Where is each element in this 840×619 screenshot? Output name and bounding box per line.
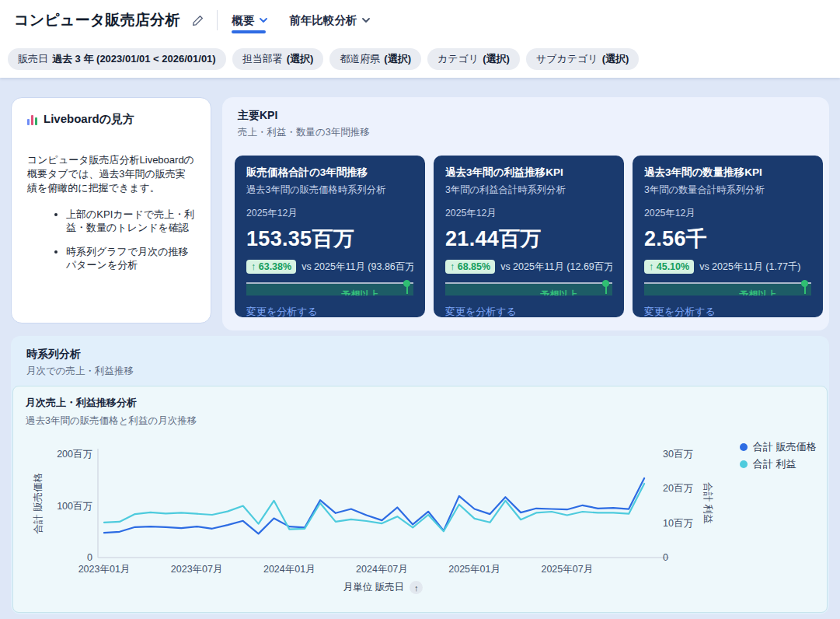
sparkline-area: 予想以上 (445, 284, 612, 296)
kpi-change-row: ↑ 63.38% vs 2025年11月 (93.86百万) (246, 260, 413, 274)
sparkline-point-stem (804, 286, 806, 294)
kpi-card-profit[interactable]: 過去3年間の利益推移KPI 3年間の利益合計時系列分析 2025年12月 21.… (434, 156, 624, 317)
kpi-value: 153.35百万 (246, 225, 413, 253)
tab-overview[interactable]: 概要 (232, 0, 267, 40)
pencil-icon (192, 15, 204, 26)
filter-label: カテゴリ (437, 52, 479, 66)
analyze-change-link[interactable]: 変更を分析する (445, 305, 517, 317)
kpi-subtitle: 過去3年間の販売価格時系列分析 (246, 184, 413, 197)
timeseries-section-header: 時系列分析 月次での売上・利益推移 (11, 336, 829, 378)
filter-chip-prefecture[interactable]: 都道府県 (選択) (329, 48, 421, 70)
svg-text:0: 0 (87, 552, 92, 563)
kpi-period: 2025年12月 (246, 207, 413, 220)
kpi-sparkline: 予想以上 (445, 280, 612, 296)
kpi-vs-text: vs 2025年11月 (12.69百万) (500, 261, 612, 274)
analyze-change-link[interactable]: 変更を分析する (644, 305, 716, 317)
divider (217, 10, 218, 30)
bar-chart-icon (27, 114, 37, 125)
sparkline-label: 予想以上 (541, 289, 578, 296)
filter-label: 担当部署 (242, 52, 283, 66)
kpi-section-subtitle: 売上・利益・数量の3年間推移 (238, 126, 829, 139)
kpi-period: 2025年12月 (445, 207, 612, 220)
kpi-title: 販売価格合計の3年間推移 (246, 166, 413, 180)
x-axis-title-row: 月単位 販売日 ↑ (24, 581, 742, 594)
guide-card-title: Liveboardの見方 (44, 112, 134, 127)
filter-chip-category[interactable]: カテゴリ (選択) (427, 48, 520, 70)
svg-text:2025年01月: 2025年01月 (448, 564, 500, 575)
app-header: コンピュータ販売店分析 概要 前年比較分析 (0, 0, 840, 40)
kpi-sparkline: 予想以上 (246, 280, 413, 296)
guide-card-bullets: 上部のKPIカードで売上・利益・数量のトレンドを確認 時系列グラフで月次の推移パ… (27, 208, 195, 272)
kpi-sparkline: 予想以上 (644, 280, 811, 296)
filter-label: 販売日 (18, 52, 48, 66)
sparkline-area: 予想以上 (246, 284, 413, 296)
svg-text:200百万: 200百万 (57, 449, 92, 460)
filter-chip-sales-date[interactable]: 販売日 過去 3 年 (2023/01/01 < 2026/01/01) (8, 48, 226, 70)
sparkline-point-stem (605, 286, 607, 294)
sparkline-label: 予想以上 (342, 289, 379, 296)
filter-value: 過去 3 年 (2023/01/01 < 2026/01/01) (52, 52, 216, 66)
guide-card-body: コンピュータ販売店分析Liveboardの概要タブでは、過去3年間の販売実績を俯… (27, 153, 195, 195)
kpi-change-row: ↑ 68.85% vs 2025年11月 (12.69百万) (445, 260, 612, 274)
tab-yoy-analysis[interactable]: 前年比較分析 (289, 0, 370, 40)
svg-text:合計 販売価格: 合計 販売価格 (33, 473, 44, 534)
liveboard-guide-card: Liveboardの見方 コンピュータ販売店分析Liveboardの概要タブでは… (11, 97, 211, 323)
list-item: 時系列グラフで月次の推移パターンを分析 (66, 245, 195, 272)
filter-value: (選択) (287, 52, 314, 66)
change-badge: ↑ 68.85% (445, 260, 495, 274)
sparkline-point-stem (406, 286, 408, 294)
filter-chip-department[interactable]: 担当部署 (選択) (232, 48, 324, 70)
svg-text:10百万: 10百万 (663, 518, 693, 529)
kpi-card-row: 販売価格合計の3年間推移 過去3年間の販売価格時系列分析 2025年12月 15… (235, 156, 823, 317)
edit-icon[interactable] (187, 10, 207, 30)
svg-text:0: 0 (663, 552, 668, 563)
kpi-subtitle: 3年間の利益合計時系列分析 (445, 184, 612, 197)
filter-value: (選択) (483, 52, 510, 66)
kpi-vs-text: vs 2025年11月 (1.77千) (699, 261, 800, 274)
svg-text:合計 利益: 合計 利益 (702, 481, 713, 523)
tab-label: 概要 (232, 13, 254, 28)
sparkline-area: 予想以上 (644, 284, 811, 296)
svg-text:2024年01月: 2024年01月 (263, 564, 315, 575)
sparkline-label: 予想以上 (740, 289, 777, 296)
kpi-subtitle: 3年間の数量合計時系列分析 (644, 184, 811, 197)
timeseries-section-subtitle: 月次での売上・利益推移 (26, 365, 829, 378)
svg-text:2023年07月: 2023年07月 (171, 564, 223, 575)
svg-text:合計 販売価格: 合計 販売価格 (753, 441, 817, 453)
chevron-down-icon (362, 18, 370, 23)
tab-bar: 概要 前年比較分析 (232, 0, 370, 40)
timeseries-section: 時系列分析 月次での売上・利益推移 月次売上・利益推移分析 過去3年間の販売価格… (11, 336, 829, 614)
filter-value: (選択) (602, 52, 629, 66)
timeseries-line-chart[interactable]: 0100百万200百万010百万20百万30百万2023年01月2023年07月… (24, 435, 828, 582)
kpi-value: 2.56千 (644, 225, 811, 253)
list-item: 上部のKPIカードで売上・利益・数量のトレンドを確認 (66, 208, 195, 235)
filter-chip-subcategory[interactable]: サブカテゴリ (選択) (526, 48, 640, 70)
change-badge: ↑ 63.38% (246, 260, 296, 274)
svg-text:合計 利益: 合計 利益 (753, 458, 796, 470)
svg-text:2025年07月: 2025年07月 (541, 564, 593, 575)
sort-ascending-icon[interactable]: ↑ (410, 581, 423, 594)
kpi-title: 過去3年間の利益推移KPI (445, 166, 612, 180)
kpi-section: 主要KPI 売上・利益・数量の3年間推移 販売価格合計の3年間推移 過去3年間の… (222, 97, 829, 330)
analyze-change-link[interactable]: 変更を分析する (246, 305, 318, 317)
chart-panel: 月次売上・利益推移分析 過去3年間の販売価格と利益の月次推移 0100百万200… (12, 386, 828, 613)
svg-text:30百万: 30百万 (663, 449, 693, 460)
filter-bar: 販売日 過去 3 年 (2023/01/01 < 2026/01/01) 担当部… (0, 40, 840, 78)
tab-label: 前年比較分析 (289, 13, 357, 28)
timeseries-section-title: 時系列分析 (26, 348, 829, 362)
filter-label: 都道府県 (340, 52, 380, 66)
kpi-section-title: 主要KPI (238, 109, 829, 123)
kpi-vs-text: vs 2025年11月 (93.86百万) (301, 261, 413, 274)
svg-text:2024年07月: 2024年07月 (356, 564, 408, 575)
svg-text:20百万: 20百万 (663, 483, 693, 494)
svg-text:2023年01月: 2023年01月 (78, 564, 131, 575)
chart-title: 月次売上・利益推移分析 (26, 396, 816, 410)
kpi-card-sales[interactable]: 販売価格合計の3年間推移 過去3年間の販売価格時系列分析 2025年12月 15… (235, 156, 425, 317)
x-axis-title: 月単位 販売日 (343, 581, 404, 594)
filter-label: サブカテゴリ (536, 52, 598, 66)
page-title: コンピュータ販売店分析 (14, 10, 180, 30)
chart-subtitle: 過去3年間の販売価格と利益の月次推移 (26, 414, 816, 428)
kpi-card-quantity[interactable]: 過去3年間の数量推移KPI 3年間の数量合計時系列分析 2025年12月 2.5… (633, 156, 823, 317)
filter-value: (選択) (384, 52, 411, 66)
kpi-period: 2025年12月 (644, 207, 811, 220)
